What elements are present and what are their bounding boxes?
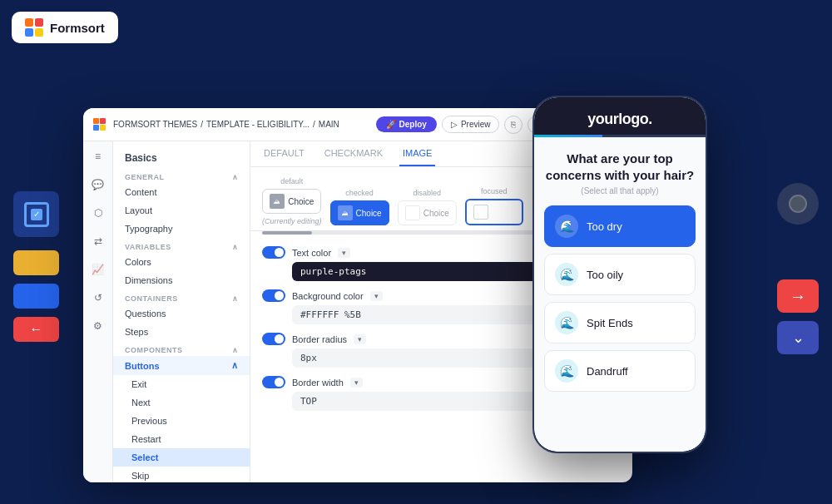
preview-disabled: disabled ⛰ Choice	[398, 189, 457, 225]
nav-questions[interactable]: Questions	[113, 304, 250, 323]
preview-default: default ⛰ Choice (Currently editing)	[262, 177, 322, 225]
choice-img-default: ⛰	[270, 194, 285, 209]
nav-restart[interactable]: Restart	[113, 430, 250, 448]
nav-exit[interactable]: Exit	[113, 375, 250, 393]
sidebar-flow-icon[interactable]: ⇄	[90, 233, 106, 250]
nav-typography[interactable]: Typography	[113, 220, 250, 238]
sidebar-chart-icon[interactable]: 📈	[90, 261, 106, 278]
border-radius-toggle[interactable]	[262, 333, 285, 345]
nav-steps[interactable]: Steps	[113, 323, 250, 341]
phone-option-too-dry[interactable]: 🌊 Too dry	[544, 205, 696, 247]
top-logo-bar: Formsort	[12, 12, 118, 43]
sidebar-history-icon[interactable]: ↺	[90, 289, 106, 306]
choice-card-checked[interactable]: ⛰ Choice	[330, 200, 389, 225]
preview-focused: focused ⛰	[465, 187, 523, 225]
phone-option-too-oily[interactable]: 🌊 Too oily	[544, 254, 696, 295]
nav-next[interactable]: Next	[113, 393, 250, 412]
sidebar-menu-icon[interactable]: ≡	[90, 148, 106, 165]
breadcrumb: FORMSORT THEMES / TEMPLATE - ELIGIBILITY…	[113, 120, 339, 129]
phone-option-icon-1: 🌊	[555, 263, 578, 286]
border-width-toggle[interactable]	[262, 376, 285, 388]
phone-logo: yourlogo.	[587, 111, 652, 128]
phone-progress-fill	[534, 135, 602, 137]
nav-section-containers: CONTAINERS ∧	[113, 289, 250, 304]
deploy-button[interactable]: 🚀 Deploy	[376, 116, 437, 132]
phone-screen: yourlogo. What are your top concerns wit…	[534, 97, 706, 452]
app-name: Formsort	[50, 21, 105, 35]
phone-content: What are your top concerns with your hai…	[534, 137, 706, 452]
phone-logo-bar: yourlogo.	[534, 97, 706, 135]
left-sidebar: ≡ 💬 ⬡ ⇄ 📈 ↺ ⚙	[83, 141, 113, 482]
formsort-logo-icon	[25, 18, 43, 37]
choice-img-disabled: ⛰	[405, 205, 420, 220]
phone-option-dandruff[interactable]: 🌊 Dandruff	[544, 350, 696, 392]
tab-checkmark[interactable]: CHECKMARK	[321, 141, 386, 166]
nav-basics[interactable]: Basics	[113, 148, 250, 168]
nav-colors[interactable]: Colors	[113, 253, 250, 271]
copy-button[interactable]: ⎘	[504, 116, 522, 134]
choice-card-focused[interactable]: ⛰	[465, 199, 523, 225]
nav-select[interactable]: Select	[113, 448, 250, 467]
phone-progress-bar	[534, 135, 706, 137]
nav-layout[interactable]: Layout	[113, 201, 250, 220]
editor-logo-icon	[93, 118, 106, 131]
nav-buttons[interactable]: Buttons ∧	[113, 356, 250, 375]
nav-dimensions[interactable]: Dimensions	[113, 271, 250, 289]
nav-content[interactable]: Content	[113, 183, 250, 201]
phone-option-icon-3: 🌊	[555, 359, 578, 383]
choice-img-focused: ⛰	[473, 205, 488, 220]
nav-section-variables: VARIABLES ∧	[113, 238, 250, 253]
nav-section-components: COMPONENTS ∧	[113, 341, 250, 356]
preview-button[interactable]: ▷ Preview	[442, 116, 500, 133]
tab-default[interactable]: DEFAULT	[260, 141, 308, 166]
phone-option-icon-2: 🌊	[555, 311, 578, 334]
tab-image[interactable]: IMAGE	[399, 141, 435, 166]
bg-color-toggle[interactable]	[262, 289, 285, 302]
preview-checked: checked ⛰ Choice	[330, 189, 389, 225]
sidebar-chat-icon[interactable]: 💬	[90, 176, 106, 193]
nav-previous[interactable]: Previous	[113, 412, 250, 430]
rocket-icon: 🚀	[386, 120, 396, 129]
choice-card-default[interactable]: ⛰ Choice	[262, 189, 321, 214]
choice-card-disabled: ⛰ Choice	[398, 200, 457, 225]
phone-sub-label: (Select all that apply)	[544, 186, 696, 195]
choice-img-checked: ⛰	[338, 205, 353, 220]
nav-section-general: GENERAL ∧	[113, 168, 250, 183]
phone-option-spit-ends[interactable]: 🌊 Spit Ends	[544, 302, 696, 343]
play-icon: ▷	[451, 120, 458, 129]
sidebar-settings-icon[interactable]: ⚙	[90, 318, 106, 334]
sidebar-share-icon[interactable]: ⬡	[90, 205, 106, 221]
phone-question: What are your top concerns with your hai…	[544, 151, 696, 183]
phone-option-icon-0: 🌊	[555, 215, 578, 238]
text-color-toggle[interactable]	[262, 246, 285, 259]
nav-panel: Basics GENERAL ∧ Content Layout Typograp…	[113, 141, 250, 482]
phone-mockup: yourlogo. What are your top concerns wit…	[532, 96, 707, 453]
nav-skip[interactable]: Skip	[113, 467, 250, 482]
